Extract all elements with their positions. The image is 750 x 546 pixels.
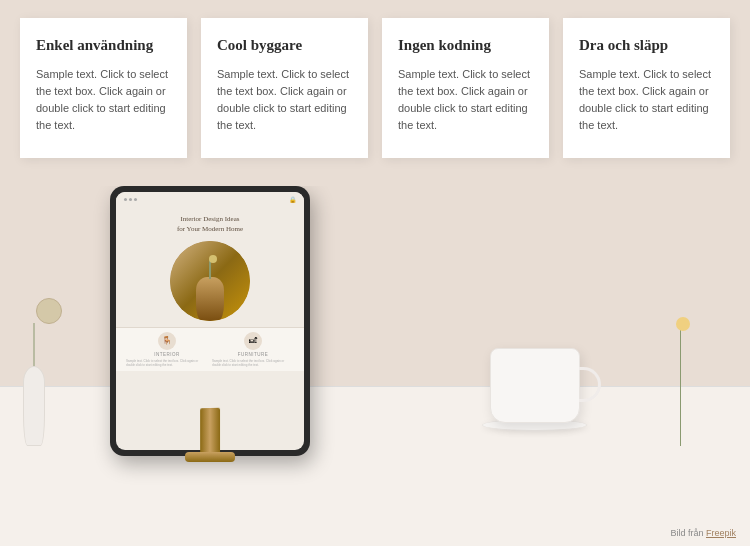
card-1: Enkel användningSample text. Click to se… (20, 18, 187, 158)
interior-small-text: Sample text. Click to select the text bo… (124, 359, 210, 367)
tablet-dots (124, 196, 137, 203)
photo-section: 🔒 Interior Design Ideas for Your Modern … (0, 186, 750, 546)
furniture-icon-circle: 🛋 (244, 332, 262, 350)
card-4-title: Dra och släpp (579, 36, 714, 56)
card-3-body: Sample text. Click to select the text bo… (398, 66, 533, 134)
vase-body (23, 366, 45, 446)
cards-section: Enkel användningSample text. Click to se… (0, 0, 750, 158)
card-4: Dra och släppSample text. Click to selec… (563, 18, 730, 158)
cup-handle (579, 367, 601, 402)
card-3-title: Ingen kodning (398, 36, 533, 56)
dandelion-flower (36, 298, 66, 328)
cup-body (490, 348, 580, 423)
tablet-hero-image (170, 241, 250, 321)
furniture-small-text: Sample text. Click to select the text bo… (210, 359, 296, 367)
furniture-label: FURNITURE (210, 352, 296, 357)
flower-stem (680, 326, 681, 446)
tablet-lock-icon: 🔒 (289, 196, 296, 203)
tablet-icon-interior: 🪑 INTERIOR Sample text. Click to select … (124, 332, 210, 367)
card-4-body: Sample text. Click to select the text bo… (579, 66, 714, 134)
tablet-top-bar: 🔒 (116, 192, 304, 205)
tablet-icon-furniture: 🛋 FURNITURE Sample text. Click to select… (210, 332, 296, 367)
tablet-header: Interior Design Ideas for Your Modern Ho… (116, 205, 304, 241)
card-2: Cool byggareSample text. Click to select… (201, 18, 368, 158)
tablet-dot (124, 198, 127, 201)
card-3: Ingen kodningSample text. Click to selec… (382, 18, 549, 158)
coffee-cup (490, 348, 600, 448)
tablet-dot (129, 198, 132, 201)
attribution-link[interactable]: Freepik (706, 528, 736, 538)
card-2-title: Cool byggare (217, 36, 352, 56)
tablet-stand (200, 408, 220, 458)
tablet-icons-row: 🪑 INTERIOR Sample text. Click to select … (116, 327, 304, 371)
vase-stem (34, 323, 35, 368)
flower-head (676, 317, 690, 331)
tablet-dot (134, 198, 137, 201)
interior-label: INTERIOR (124, 352, 210, 357)
right-flowers (660, 296, 700, 446)
attribution-prefix: Bild från (670, 528, 703, 538)
interior-icon-circle: 🪑 (158, 332, 176, 350)
card-1-body: Sample text. Click to select the text bo… (36, 66, 171, 134)
left-vase (20, 326, 48, 446)
tablet-title: Interior Design Ideas for Your Modern Ho… (126, 215, 294, 235)
tablet-base (185, 452, 235, 462)
card-1-title: Enkel användning (36, 36, 171, 56)
attribution-text: Bild från Freepik (670, 528, 736, 538)
card-2-body: Sample text. Click to select the text bo… (217, 66, 352, 134)
